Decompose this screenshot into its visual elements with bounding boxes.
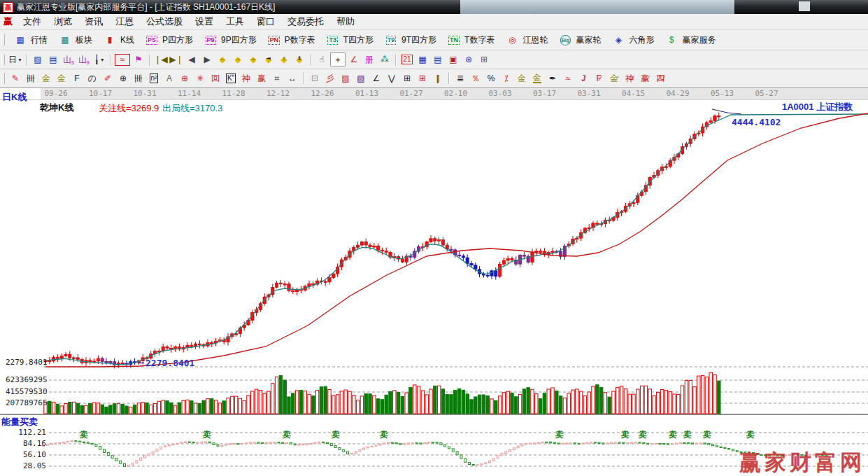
gold-level-tool-icon[interactable]: 金: [530, 72, 544, 85]
marker-brush-icon[interactable]: ✐: [101, 72, 115, 85]
toolbar-button-quotes[interactable]: ▦行情: [8, 32, 52, 48]
volume-ladder-icon[interactable]: ≣: [453, 72, 467, 85]
toolbar-button-t-square[interactable]: T3T四方形: [320, 32, 378, 48]
toolbar-button-t-number-table[interactable]: TNT数字表: [441, 32, 499, 48]
notes-tool-icon[interactable]: ▤: [431, 53, 445, 66]
gann-box-tool-icon[interactable]: 册: [362, 53, 376, 66]
toolbar-button-winner-wheel[interactable]: Big赢家轮: [553, 32, 606, 48]
gold-ratio-grid-icon[interactable]: 金: [39, 72, 53, 85]
menu-item-7[interactable]: 工具: [220, 15, 250, 28]
parallel-lines-icon[interactable]: ∥: [431, 72, 445, 85]
crosshair-tool-icon[interactable]: ＋: [330, 52, 346, 66]
hand-drag-tool-icon[interactable]: ☝: [315, 53, 329, 66]
gold-angle-icon[interactable]: 金∕: [607, 72, 621, 85]
ray-burst-icon[interactable]: ✳: [193, 72, 207, 85]
wave-check-icon[interactable]: ⋁: [385, 72, 399, 85]
win-angle-icon[interactable]: 赢∕: [638, 72, 652, 85]
p-square-icon[interactable]: PS: [145, 34, 159, 46]
gann-fan-icon[interactable]: 彡: [323, 72, 337, 85]
grid-123-icon[interactable]: ⌗: [270, 72, 284, 85]
kline-icon[interactable]: ▮: [103, 34, 117, 46]
square-grid-icon[interactable]: ⊞: [400, 72, 414, 85]
square-spiral-icon[interactable]: 回: [208, 72, 222, 85]
chart-9-line-icon[interactable]: 山9: [77, 53, 91, 66]
print-tool-icon[interactable]: ⊞: [477, 53, 491, 66]
shen-grid-icon[interactable]: 神: [239, 72, 253, 85]
shen-angle-icon[interactable]: 神∕: [622, 72, 636, 85]
four-angle-icon[interactable]: 四∕: [653, 72, 667, 85]
anchor-box-icon[interactable]: ⊡: [308, 72, 322, 85]
menu-item-1[interactable]: 文件: [17, 15, 48, 28]
winner-service-icon[interactable]: $: [664, 34, 678, 46]
span-measure-icon[interactable]: ↔: [285, 72, 299, 85]
t-number-table-icon[interactable]: TN: [447, 34, 461, 46]
time-ruler-icon[interactable]: 卌: [24, 72, 38, 85]
hexagon-icon[interactable]: ◈: [611, 34, 625, 46]
toolbar-button-p-square[interactable]: PSP四方形: [139, 32, 198, 48]
wave-band-icon[interactable]: ≈: [561, 72, 575, 85]
toolbar-button-hexagon[interactable]: ◈六角形: [606, 32, 659, 48]
menu-item-8[interactable]: 窗口: [250, 15, 281, 28]
kline-period-dropdown-icon[interactable]: 日▼: [8, 53, 22, 66]
toolbar-button-kline[interactable]: ▮K线: [97, 32, 139, 48]
zigzag-filter-icon[interactable]: ≈: [115, 54, 130, 66]
toolbar-button-winner-service[interactable]: $赢家服务: [659, 32, 720, 48]
skip-first-icon[interactable]: ❘◀: [154, 53, 168, 66]
kline-chart-canvas[interactable]: [0, 100, 868, 476]
fan-box-2-icon[interactable]: ▧: [354, 72, 368, 85]
menu-item-9[interactable]: 交易委托: [281, 15, 330, 28]
fibonacci-grid-icon[interactable]: F: [70, 72, 84, 85]
ink-pen-icon[interactable]: ✒: [546, 72, 560, 85]
gold-ratio-grid-2-icon[interactable]: 金: [55, 72, 69, 85]
single-bar-dropdown-icon[interactable]: ╽▼: [92, 53, 106, 66]
gann-wheel-icon[interactable]: ◎: [505, 34, 519, 46]
date-axis-strip[interactable]: 09-2610-1710-3111-1411-2812-1212-2601-13…: [0, 88, 868, 100]
percent-tool-icon[interactable]: %: [484, 72, 498, 85]
angle-measure-tool-icon[interactable]: ∠: [347, 53, 361, 66]
9t-square-icon[interactable]: T9: [384, 34, 398, 46]
menu-item-4[interactable]: 江恩: [109, 15, 140, 28]
expand-horizontal-diamond-icon[interactable]: ◆↔: [246, 53, 260, 66]
menu-item-10[interactable]: 帮助: [330, 15, 361, 28]
menu-item-6[interactable]: 设置: [189, 15, 220, 28]
percent-line-icon[interactable]: ⁒: [499, 72, 513, 85]
menu-item-5[interactable]: 公式选股: [140, 15, 189, 28]
calendar-tool-icon[interactable]: 21: [400, 53, 414, 66]
k-mark-icon[interactable]: K": [224, 72, 238, 85]
trend-angle-icon[interactable]: ∠: [369, 72, 383, 85]
spiral-tool-icon[interactable]: の: [85, 72, 99, 85]
calculator-tool-icon[interactable]: ▦: [415, 53, 429, 66]
expand-vertical-diamond-icon[interactable]: ◆⇕: [292, 53, 306, 66]
gold-circle-tool-icon[interactable]: 金: [515, 72, 529, 85]
skip-last-icon[interactable]: ▶❘: [169, 53, 183, 66]
percent-retrace-icon[interactable]: ％: [469, 72, 483, 85]
p-number-table-icon[interactable]: PN: [267, 34, 281, 46]
refresh-data-tool-icon[interactable]: ⊛: [462, 53, 476, 66]
n-square-icon[interactable]: n²: [147, 72, 161, 85]
save-tool-icon[interactable]: ▣: [446, 53, 460, 66]
f10-document-icon[interactable]: ▤: [46, 53, 60, 66]
trend-chart-icon[interactable]: ▨: [31, 53, 45, 66]
toolbar-button-sectors[interactable]: ▩板块: [52, 32, 97, 48]
draw-brush-icon[interactable]: ✎: [8, 72, 22, 85]
chart-area[interactable]: 乾坤K线 关注线=3269.9 出局线=3170.3 1A0001 上证指数 2…: [0, 100, 868, 476]
fan-box-icon[interactable]: ▨: [339, 72, 353, 85]
pan-left-diamond-icon[interactable]: ◆←: [215, 53, 229, 66]
mirror-line-icon[interactable]: A: [162, 72, 176, 85]
menu-item-3[interactable]: 资讯: [78, 15, 109, 28]
toolbar-button-9p-square[interactable]: P99P四方形: [198, 32, 262, 48]
j-angle-icon[interactable]: J∕: [576, 72, 590, 85]
circle-369-icon[interactable]: ⊕: [116, 72, 130, 85]
step-back-icon[interactable]: ◀: [185, 53, 199, 66]
pan-right-diamond-icon[interactable]: ◆→: [231, 53, 245, 66]
cycle-tool-icon[interactable]: ⁂: [378, 53, 392, 66]
compress-vertical-diamond-icon[interactable]: ◆↕: [277, 53, 291, 66]
toolbar-button-p-number-table[interactable]: PNP数字表: [262, 32, 320, 48]
sectors-icon[interactable]: ▩: [58, 34, 72, 46]
toolbar-button-9t-square[interactable]: T99T四方形: [378, 32, 441, 48]
menu-item-2[interactable]: 浏览: [48, 15, 78, 28]
winner-wheel-icon[interactable]: Big: [558, 34, 572, 46]
chart-3-line-icon[interactable]: 山3: [62, 53, 76, 66]
square-grid-arrow-icon[interactable]: ⊞: [415, 72, 429, 85]
toolbar-button-gann-wheel[interactable]: ◎江恩轮: [499, 32, 553, 48]
